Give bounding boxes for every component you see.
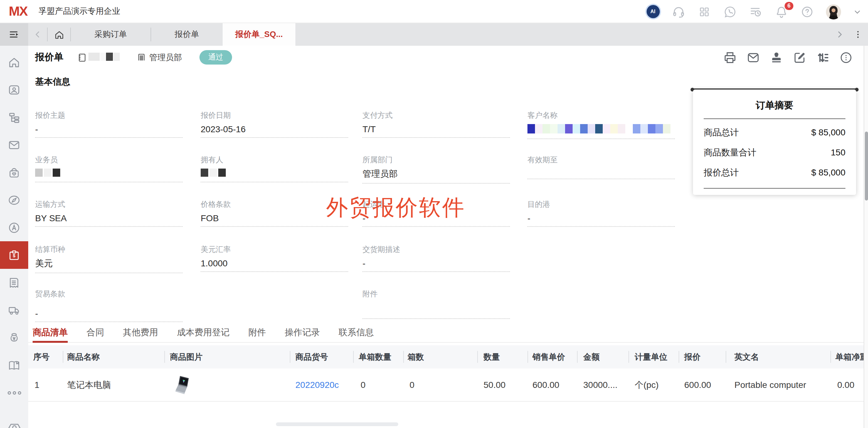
- sidebar-item-knowledge[interactable]: [0, 352, 28, 379]
- field-valid-until: 有效期至: [527, 155, 675, 179]
- tab-purchase-order[interactable]: 采购订单: [71, 23, 151, 46]
- field-value: 管理员部: [363, 169, 510, 184]
- product-image-laptop[interactable]: [174, 375, 192, 395]
- headset-button[interactable]: [672, 5, 685, 19]
- field-value: -: [35, 124, 183, 138]
- chevron-right-icon[interactable]: [835, 30, 844, 39]
- col-product-name: 商品名称: [67, 345, 100, 368]
- column-divider: [164, 351, 165, 363]
- sidebar-item-partial[interactable]: [0, 414, 28, 428]
- sidebar-item-more[interactable]: [0, 379, 28, 407]
- kebab-menu-icon[interactable]: [853, 29, 863, 39]
- vertical-scrollbar-thumb[interactable]: [865, 132, 868, 200]
- tab-quotation-sq[interactable]: 报价单_SQ...: [223, 23, 296, 46]
- tab-attachments[interactable]: 附件: [248, 322, 266, 342]
- headset-icon: [672, 5, 685, 19]
- email-button[interactable]: [747, 51, 760, 64]
- status-badge: 通过: [199, 50, 232, 65]
- help-icon: [800, 5, 814, 19]
- tab-cost-registration[interactable]: 成本费用登记: [177, 322, 229, 342]
- sort-settings-button[interactable]: [816, 51, 829, 64]
- field-customer-name: 客户名称: [527, 110, 675, 139]
- col-seq: 序号: [33, 345, 50, 368]
- edit-button[interactable]: [794, 51, 806, 64]
- topbar-actions: AI: [646, 0, 862, 23]
- sort-icon: [816, 51, 830, 64]
- task-history-icon: [749, 5, 763, 19]
- sidebar-item-products[interactable]: [0, 159, 28, 186]
- table-row[interactable]: 1 笔记本电脑 2022: [28, 368, 864, 402]
- column-divider: [290, 351, 290, 363]
- app-window: MX 孚盟产品演示专用企业 AI: [0, 0, 868, 428]
- field-label: 目的港: [527, 199, 675, 210]
- topbar: MX 孚盟产品演示专用企业 AI: [0, 0, 868, 23]
- tab-quotation[interactable]: 报价单: [151, 23, 223, 46]
- sidebar-item-home[interactable]: [0, 48, 28, 76]
- stamp-approve-button[interactable]: [770, 51, 783, 64]
- sidebar-item-org-structure[interactable]: [0, 103, 28, 131]
- tab-product-list[interactable]: 商品清单: [33, 322, 68, 342]
- help-button[interactable]: [800, 5, 814, 19]
- field-value: [527, 169, 675, 179]
- sidebar-item-invoices[interactable]: [0, 269, 28, 296]
- sidebar-item-mail[interactable]: [0, 131, 28, 159]
- print-button[interactable]: [724, 51, 736, 64]
- cell-boxes: 0: [409, 368, 414, 402]
- field-label: 报价日期: [201, 110, 348, 121]
- tab-contract[interactable]: 合同: [87, 322, 104, 342]
- sidebar-item-quotation[interactable]: $: [0, 241, 28, 269]
- notifications-button[interactable]: 6: [775, 5, 788, 19]
- sidebar-toggle-button[interactable]: [0, 23, 28, 46]
- sidebar-item-discover[interactable]: [0, 186, 28, 214]
- field-value: 美元: [35, 258, 183, 273]
- task-history-button[interactable]: [749, 5, 763, 19]
- cell-amount: 30000....: [583, 368, 617, 402]
- tab-operation-log[interactable]: 操作记录: [285, 322, 320, 342]
- more-actions-button[interactable]: [840, 51, 852, 64]
- divider: [704, 119, 845, 119]
- sidebar-item-logistics[interactable]: [0, 296, 28, 324]
- ai-assistant-button[interactable]: AI: [646, 5, 660, 19]
- tab-contact-info[interactable]: 联系信息: [339, 322, 374, 342]
- nav-back-button[interactable]: [28, 28, 47, 41]
- field-value: -: [363, 258, 510, 272]
- column-divider: [577, 351, 578, 363]
- account-menu-button[interactable]: [853, 5, 862, 19]
- money-bag-icon: [7, 331, 21, 344]
- col-en-name: 英文名: [735, 345, 759, 368]
- doc-number-redaction: [88, 52, 120, 63]
- printer-icon: [723, 51, 737, 64]
- book-icon: [7, 359, 21, 372]
- sidebar-item-contacts[interactable]: [0, 76, 28, 103]
- summary-label: 商品总计: [704, 127, 739, 138]
- sidebar-item-a-module[interactable]: [0, 214, 28, 241]
- vertical-scrollbar: [864, 46, 868, 428]
- field-quote-subject: 报价主题 -: [35, 110, 183, 138]
- col-unit: 计量单位: [635, 345, 667, 368]
- apps-grid-button[interactable]: [698, 5, 711, 19]
- field-value: 2023-05-16: [201, 124, 348, 138]
- col-qty: 数量: [484, 345, 500, 368]
- cell-en-name: Portable computer: [735, 368, 806, 402]
- field-label: 美元汇率: [201, 244, 348, 255]
- phone-chat-button[interactable]: [723, 5, 737, 19]
- summary-value: $ 85,000: [811, 127, 845, 138]
- field-label: 所属部门: [363, 155, 510, 165]
- field-usd-rate: 美元汇率 1.0000: [201, 244, 348, 272]
- column-divider: [63, 351, 63, 363]
- tab-other-fees[interactable]: 其他费用: [123, 322, 158, 342]
- field-settlement-currency: 结算币种 美元: [35, 244, 183, 273]
- field-delivery-description: 交货期描述 -: [363, 244, 510, 272]
- cell-sku-link[interactable]: 20220920c: [296, 368, 339, 402]
- document-number: [77, 52, 120, 63]
- field-label: 交货期描述: [363, 244, 510, 255]
- cell-unit: 个(pc): [635, 368, 658, 402]
- user-avatar[interactable]: [826, 4, 841, 19]
- cell-qty: 50.00: [484, 368, 505, 402]
- home-tab-button[interactable]: [48, 28, 70, 41]
- sidebar-item-finance[interactable]: [0, 324, 28, 352]
- bag-heart-icon: [7, 166, 21, 179]
- horizontal-scrollbar-thumb[interactable]: [276, 422, 398, 426]
- column-divider: [628, 351, 629, 363]
- summary-row-quote-total: 报价总计 $ 85,000: [704, 163, 845, 183]
